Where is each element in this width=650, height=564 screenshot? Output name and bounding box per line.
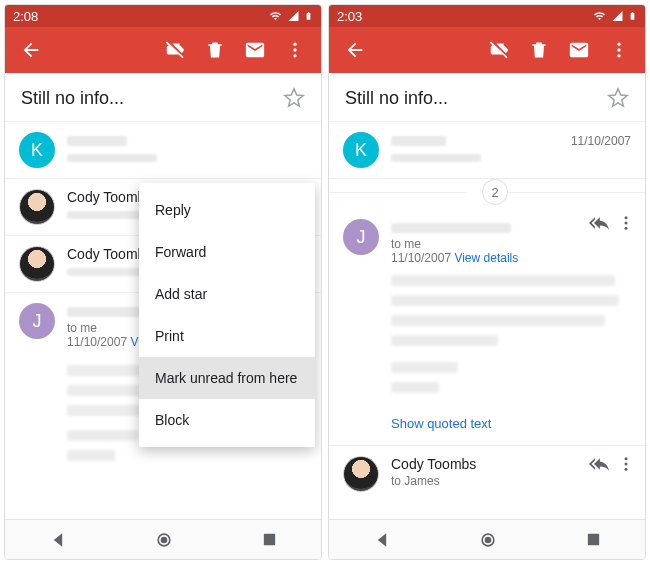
svg-point-19 [486, 537, 491, 542]
mail-icon [568, 39, 590, 61]
phone-right: 2:03 [328, 4, 646, 560]
battery-icon [304, 9, 313, 23]
arrow-back-icon [344, 39, 366, 61]
content-area: Still no info... K Cody Toombs [5, 73, 321, 519]
subject-text: Still no info... [345, 88, 607, 109]
signal-icon [611, 10, 624, 22]
arrow-back-icon [20, 39, 42, 61]
nav-home-icon[interactable] [154, 530, 174, 550]
label-off-button[interactable] [479, 30, 519, 70]
svg-point-14 [625, 227, 628, 230]
svg-point-15 [625, 457, 628, 460]
more-vert-icon [609, 40, 629, 60]
menu-block[interactable]: Block [139, 399, 315, 441]
more-vert-icon[interactable] [617, 213, 635, 233]
status-icons [592, 9, 637, 23]
svg-point-2 [293, 54, 296, 57]
overflow-button[interactable] [275, 30, 315, 70]
recipient-text: to me [391, 237, 421, 251]
view-details-link[interactable]: View details [454, 251, 518, 265]
label-off-icon [488, 39, 510, 61]
back-button[interactable] [335, 30, 375, 70]
app-bar [329, 27, 645, 73]
menu-print[interactable]: Print [139, 315, 315, 357]
avatar: K [343, 132, 379, 168]
star-outline-icon[interactable] [283, 87, 305, 109]
message-collapsed[interactable]: Cody Toombs to James [329, 446, 645, 502]
avatar: J [19, 303, 55, 339]
subject-row: Still no info... [5, 73, 321, 121]
show-quoted-link[interactable]: Show quoted text [329, 412, 645, 445]
svg-point-17 [625, 468, 628, 471]
message-date: 11/10/2007 [67, 335, 127, 349]
delete-button[interactable] [195, 30, 235, 70]
menu-forward[interactable]: Forward [139, 231, 315, 273]
message-body [329, 275, 645, 412]
svg-point-1 [293, 48, 296, 51]
subject-text: Still no info... [21, 88, 283, 109]
nav-bar [329, 519, 645, 559]
recipient-text: to me [67, 321, 97, 335]
message-date: 11/10/2007 [391, 251, 451, 265]
mail-icon [244, 39, 266, 61]
app-bar [5, 27, 321, 73]
status-time: 2:08 [13, 9, 268, 24]
svg-point-16 [625, 463, 628, 466]
svg-point-10 [617, 48, 620, 51]
mark-unread-button[interactable] [235, 30, 275, 70]
trash-icon [205, 40, 225, 60]
nav-recent-icon[interactable] [585, 531, 602, 548]
back-button[interactable] [11, 30, 51, 70]
message-collapsed[interactable]: K [5, 122, 321, 179]
label-off-icon [164, 39, 186, 61]
svg-rect-8 [264, 534, 275, 545]
svg-point-7 [162, 537, 167, 542]
svg-point-12 [625, 216, 628, 219]
subject-row: Still no info... [329, 73, 645, 121]
menu-add-star[interactable]: Add star [139, 273, 315, 315]
collapsed-count: 2 [482, 179, 508, 205]
status-icons [268, 9, 313, 23]
message-expanded: J to me 11/10/2007 View details [329, 205, 645, 275]
reply-all-icon[interactable] [587, 454, 611, 474]
star-outline-icon[interactable] [607, 87, 629, 109]
avatar [19, 189, 55, 225]
nav-home-icon[interactable] [478, 530, 498, 550]
overflow-button[interactable] [599, 30, 639, 70]
label-off-button[interactable] [155, 30, 195, 70]
wifi-icon [592, 10, 607, 22]
message-collapsed[interactable]: K 11/10/2007 [329, 122, 645, 179]
mark-unread-button[interactable] [559, 30, 599, 70]
more-vert-icon[interactable] [617, 454, 635, 474]
menu-reply[interactable]: Reply [139, 189, 315, 231]
nav-recent-icon[interactable] [261, 531, 278, 548]
message-date: 11/10/2007 [571, 134, 631, 148]
delete-button[interactable] [519, 30, 559, 70]
avatar [343, 456, 379, 492]
battery-icon [628, 9, 637, 23]
collapsed-count-row[interactable]: 2 [329, 179, 645, 205]
menu-mark-unread-from-here[interactable]: Mark unread from here [139, 357, 315, 399]
svg-rect-20 [588, 534, 599, 545]
context-menu: Reply Forward Add star Print Mark unread… [139, 183, 315, 447]
nav-back-icon[interactable] [372, 530, 392, 550]
svg-point-11 [617, 54, 620, 57]
more-vert-icon [285, 40, 305, 60]
avatar [19, 246, 55, 282]
recipient-text: to James [391, 474, 631, 488]
svg-point-9 [617, 43, 620, 46]
avatar: K [19, 132, 55, 168]
content-area: Still no info... K 11/10/2007 2 J [329, 73, 645, 519]
reply-all-icon[interactable] [587, 213, 611, 233]
status-bar: 2:08 [5, 5, 321, 27]
nav-back-icon[interactable] [48, 530, 68, 550]
trash-icon [529, 40, 549, 60]
signal-icon [287, 10, 300, 22]
phone-left: 2:08 [4, 4, 322, 560]
wifi-icon [268, 10, 283, 22]
status-time: 2:03 [337, 9, 592, 24]
status-bar: 2:03 [329, 5, 645, 27]
svg-point-13 [625, 222, 628, 225]
svg-point-0 [293, 43, 296, 46]
nav-bar [5, 519, 321, 559]
